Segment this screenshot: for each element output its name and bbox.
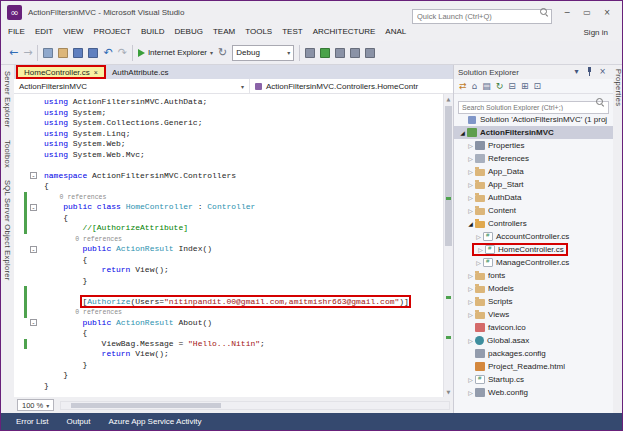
code-line[interactable]: return View(); xyxy=(14,265,443,276)
scroll-down-arrow-icon[interactable]: ▼ xyxy=(444,387,453,397)
menu-item-team[interactable]: TEAM xyxy=(208,23,240,41)
tree-item-references[interactable]: ▷References xyxy=(454,152,613,165)
expand-arrow-icon[interactable]: ▷ xyxy=(466,311,475,318)
bottom-tab-output[interactable]: Output xyxy=(57,413,99,431)
quick-launch[interactable] xyxy=(412,5,552,20)
open-file-icon[interactable] xyxy=(58,48,68,58)
code-line[interactable]: } xyxy=(14,360,443,371)
code-line[interactable]: } xyxy=(14,276,443,287)
code-line[interactable]: { xyxy=(14,213,443,224)
tool-tab-toolbox[interactable]: Toolbox xyxy=(3,140,12,168)
home-icon[interactable]: ⌂ xyxy=(472,81,478,91)
expand-arrow-icon[interactable]: ▷ xyxy=(466,376,475,383)
close-icon[interactable]: × xyxy=(94,69,98,76)
code-line[interactable]: { xyxy=(14,328,443,339)
tool-tab-properties[interactable]: Properties xyxy=(614,69,623,106)
tree-item-accountcontroller-cs[interactable]: ▷AccountController.cs xyxy=(454,230,613,243)
expand-arrow-icon[interactable]: ▷ xyxy=(466,207,475,214)
code-line[interactable]: { xyxy=(14,181,443,192)
editor-horizontal-scrollbar[interactable] xyxy=(60,401,450,410)
scrollbar-thumb[interactable] xyxy=(445,106,452,246)
expand-arrow-icon[interactable]: ▷ xyxy=(474,259,483,266)
pin-icon[interactable] xyxy=(583,67,596,77)
properties-icon[interactable]: ⊡ xyxy=(533,81,541,91)
tree-item-favicon-ico[interactable]: favicon.ico xyxy=(454,321,613,334)
save-all-icon[interactable] xyxy=(88,48,98,58)
code-line[interactable]: //[AuthorizeAttribute] xyxy=(14,223,443,234)
tree-item-models[interactable]: ▷Models xyxy=(454,282,613,295)
tree-item-app-start[interactable]: ▷App_Start xyxy=(454,178,613,191)
close-button[interactable]: × xyxy=(598,5,616,20)
expand-arrow-icon[interactable]: ▷ xyxy=(466,285,475,292)
sign-in-button[interactable]: Sign in xyxy=(584,28,620,37)
window-position-icon[interactable]: ▾ xyxy=(570,67,583,77)
expand-arrow-icon[interactable]: ▷ xyxy=(466,389,475,396)
zoom-control[interactable]: 100 % ▾ xyxy=(17,399,54,411)
solution-tree[interactable]: Solution 'ActionFiltersinMVC' (1 proj◢Ac… xyxy=(454,111,613,413)
code-line[interactable]: - public ActionResult Index() xyxy=(14,244,443,255)
navigate-to-icon[interactable] xyxy=(365,48,375,58)
bottom-tab-error-list[interactable]: Error List xyxy=(7,413,57,431)
menu-item-edit[interactable]: EDIT xyxy=(30,23,58,41)
switch-views-icon[interactable]: ▤ xyxy=(482,81,491,91)
tree-item-scripts[interactable]: ▷Scripts xyxy=(454,295,613,308)
navigate-forward-icon[interactable]: → xyxy=(23,47,32,59)
menu-item-tools[interactable]: TOOLS xyxy=(240,23,277,41)
fold-toggle[interactable]: - xyxy=(30,319,37,326)
menu-item-file[interactable]: FILE xyxy=(3,23,30,41)
code-line[interactable]: } xyxy=(14,370,443,381)
sync-with-active-document-icon[interactable]: ⇄ xyxy=(459,81,467,91)
code-line[interactable]: using System; xyxy=(14,108,443,119)
code-line[interactable]: } xyxy=(14,381,443,392)
code-line[interactable]: using ActionFiltersinMVC.AuthData; xyxy=(14,97,443,108)
code-line[interactable]: using System.Web; xyxy=(14,139,443,150)
tree-item-fonts[interactable]: ▷fonts xyxy=(454,269,613,282)
tree-item-packages-config[interactable]: packages.config xyxy=(454,347,613,360)
collapse-arrow-icon[interactable]: ◢ xyxy=(458,129,467,136)
start-debug-button[interactable]: Internet Explorer▾ xyxy=(138,48,213,57)
code-line[interactable]: using System.Web.Mvc; xyxy=(14,150,443,161)
tree-item-managecontroller-cs[interactable]: ▷ManageController.cs xyxy=(454,256,613,269)
new-project-icon[interactable] xyxy=(43,48,53,58)
expand-arrow-icon[interactable]: ▷ xyxy=(466,155,475,162)
tool-tab-sql-server-object-explorer[interactable]: SQL Server Object Explorer xyxy=(3,180,12,280)
tree-item-actionfiltersinmvc[interactable]: ◢ActionFiltersinMVC xyxy=(454,126,613,139)
expand-arrow-icon[interactable]: ▷ xyxy=(466,272,475,279)
code-line[interactable] xyxy=(14,160,443,171)
code-line[interactable]: ViewBag.Message = "Hello...Nitin"; xyxy=(14,339,443,350)
minimize-button[interactable]: − xyxy=(558,5,576,20)
expand-arrow-icon[interactable]: ▷ xyxy=(466,142,475,149)
code-line[interactable]: - public ActionResult About() xyxy=(14,318,443,329)
tree-item-startup-cs[interactable]: ▷Startup.cs xyxy=(454,373,613,386)
expand-arrow-icon[interactable]: ▷ xyxy=(466,337,475,344)
expand-arrow-icon[interactable]: ▷ xyxy=(466,194,475,201)
tree-item-project-readme-html[interactable]: Project_Readme.html xyxy=(454,360,613,373)
tree-item-web-config[interactable]: ▷Web.config xyxy=(454,386,613,399)
code-editor[interactable]: using ActionFiltersinMVC.AuthData;using … xyxy=(14,94,443,397)
undo-icon[interactable]: ↶ xyxy=(103,47,112,59)
member-dropdown[interactable]: ActionFiltersinMVC.Controllers.HomeContr xyxy=(250,79,453,93)
solution-explorer-search[interactable] xyxy=(454,94,613,111)
tree-item-content[interactable]: ▷Content xyxy=(454,204,613,217)
restore-button[interactable]: ▭ xyxy=(578,5,596,20)
collapse-all-icon[interactable]: ⊟ xyxy=(508,81,516,91)
code-line[interactable]: return View(); xyxy=(14,349,443,360)
solution-configurations-dropdown[interactable]: Debug▾ xyxy=(232,45,294,61)
tree-item-views[interactable]: ▷Views xyxy=(454,308,613,321)
code-line[interactable]: 0 references xyxy=(14,192,443,203)
expand-arrow-icon[interactable]: ▷ xyxy=(474,233,483,240)
menu-item-test[interactable]: TEST xyxy=(277,23,307,41)
attach-to-process-icon[interactable] xyxy=(320,48,330,58)
editor-tab-authattribute-cs[interactable]: AuthAttribute.cs xyxy=(106,65,174,79)
redo-icon[interactable]: ↷ xyxy=(118,47,127,59)
code-line[interactable]: 0 references xyxy=(14,234,443,245)
menu-item-debug[interactable]: DEBUG xyxy=(170,23,208,41)
menu-item-architecture[interactable]: ARCHITECTURE xyxy=(308,23,381,41)
code-line[interactable]: 0 references xyxy=(14,307,443,318)
quick-launch-input[interactable] xyxy=(412,9,552,24)
expand-arrow-icon[interactable]: ▷ xyxy=(466,168,475,175)
collapse-arrow-icon[interactable]: ◢ xyxy=(466,220,475,227)
fold-toggle[interactable]: - xyxy=(30,172,37,179)
code-line[interactable]: { xyxy=(14,255,443,266)
tree-item-solution-actionfiltersinmvc-1-proj[interactable]: Solution 'ActionFiltersinMVC' (1 proj xyxy=(454,113,613,126)
